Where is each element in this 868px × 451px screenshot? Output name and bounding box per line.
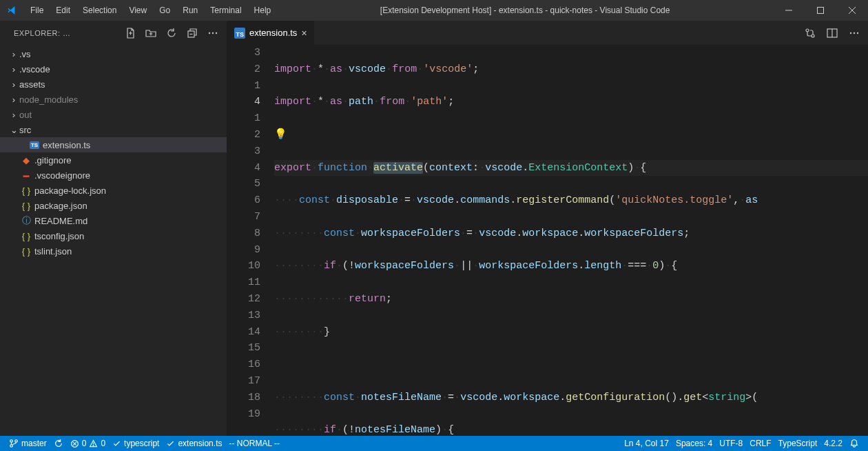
tree-item-label: .vs (19, 49, 31, 59)
menu-terminal[interactable]: Terminal (204, 0, 247, 21)
more-actions-icon[interactable] (849, 28, 860, 39)
more-icon[interactable] (207, 28, 218, 39)
sb-version[interactable]: 4.2.2 (820, 436, 846, 451)
vscode-logo-icon (0, 5, 24, 16)
sb-tscheck[interactable]: typescript (109, 436, 163, 451)
svg-point-9 (812, 34, 814, 37)
sb-extcheck-label: extension.ts (178, 439, 222, 448)
tree-item--vscodeignore[interactable]: ▬.vscodeignore (0, 168, 227, 183)
tree-item-assets[interactable]: ›assets (0, 77, 227, 92)
tree-item-label: package.json (34, 201, 87, 211)
svg-point-13 (854, 32, 855, 33)
maximize-button[interactable] (805, 0, 836, 21)
tree-item-label: extension.ts (43, 140, 90, 150)
tree-item-label: src (19, 125, 31, 135)
editor-tabs: TS extension.ts × (227, 21, 868, 45)
compare-changes-icon[interactable] (805, 28, 816, 39)
close-button[interactable] (836, 0, 868, 21)
sb-warnings: 0 (101, 439, 105, 448)
tree-item-src[interactable]: ⌄src (0, 122, 227, 137)
chevron-icon: › (8, 64, 19, 74)
typescript-icon: TS (234, 28, 245, 39)
sb-sync[interactable] (50, 436, 67, 451)
tree-item-label: tslint.json (34, 246, 72, 257)
editor-area: TS extension.ts × 3214123456789101112131… (227, 21, 868, 436)
collapse-all-icon[interactable] (187, 28, 198, 39)
tree-item-label: package-lock.json (34, 186, 106, 196)
split-editor-icon[interactable] (827, 28, 838, 39)
tree-item-label: .vscodeignore (34, 170, 90, 181)
sb-position[interactable]: Ln 4, Col 17 (621, 436, 672, 451)
chevron-icon: ⌄ (8, 125, 19, 135)
svg-point-20 (93, 445, 94, 445)
tree-item-tslint-json[interactable]: { }tslint.json (0, 243, 227, 259)
menu-run[interactable]: Run (176, 0, 204, 21)
menu-go[interactable]: Go (153, 0, 176, 21)
sb-language[interactable]: TypeScript (775, 436, 821, 451)
chevron-icon: › (8, 110, 19, 120)
tab-label: extension.ts (249, 28, 297, 38)
tree-item--gitignore[interactable]: ◆.gitignore (0, 152, 227, 168)
tree-item--vscode[interactable]: ›.vscode (0, 61, 227, 77)
chevron-icon: › (8, 49, 19, 59)
svg-point-12 (850, 32, 851, 33)
menu-selection[interactable]: Selection (76, 0, 123, 21)
code-content[interactable]: import·*·as·vscode·from·'vscode'; import… (274, 45, 868, 436)
sb-branch[interactable]: master (6, 436, 50, 451)
svg-point-8 (806, 29, 809, 32)
tree-item-label: .vscode (19, 64, 50, 74)
refresh-icon[interactable] (166, 28, 177, 39)
tree-item-package-json[interactable]: { }package.json (0, 198, 227, 213)
menu-edit[interactable]: Edit (50, 0, 76, 21)
sb-tscheck-label: typescript (124, 439, 159, 448)
selected-word: activate (373, 162, 423, 174)
explorer-sidebar: EXPLORER: … ›.vs›.vscode›assets› (0, 21, 227, 436)
sb-encoding[interactable]: UTF-8 (716, 436, 746, 451)
svg-point-17 (15, 440, 18, 443)
tree-item-label: assets (19, 79, 45, 90)
menu-view[interactable]: View (123, 0, 153, 21)
explorer-header: EXPLORER: … (0, 21, 227, 45)
typescript-icon: TS (28, 141, 41, 149)
tree-item-node_modules[interactable]: ›node_modules (0, 92, 227, 107)
menu-help[interactable]: Help (248, 0, 278, 21)
svg-point-15 (10, 440, 13, 443)
tree-item-README-md[interactable]: ⓘREADME.md (0, 213, 227, 228)
titlebar: File Edit Selection View Go Run Terminal… (0, 0, 868, 21)
window-controls (773, 0, 868, 21)
tree-item-label: tsconfig.json (34, 231, 84, 241)
new-file-icon[interactable] (125, 28, 136, 39)
tree-item-extension-ts[interactable]: TSextension.ts (0, 137, 227, 152)
tree-item-label: node_modules (19, 94, 78, 105)
sb-extcheck[interactable]: extension.ts (163, 436, 225, 451)
explorer-label: EXPLORER: … (14, 29, 125, 37)
json-icon: { } (19, 201, 33, 211)
statusbar: master 0 0 typescript extension.ts -- NO… (0, 436, 868, 451)
tab-close-icon[interactable]: × (301, 28, 307, 39)
tree-item-tsconfig-json[interactable]: { }tsconfig.json (0, 228, 227, 243)
svg-point-14 (857, 32, 858, 33)
sb-problems[interactable]: 0 0 (67, 436, 109, 451)
sb-notifications-icon[interactable] (846, 436, 862, 451)
sb-vim-mode: -- NORMAL -- (225, 436, 283, 451)
svg-rect-1 (818, 8, 824, 14)
file-tree[interactable]: ›.vs›.vscode›assets›node_modules›out⌄src… (0, 45, 227, 436)
tab-extension-ts[interactable]: TS extension.ts × (227, 21, 315, 45)
menu-file[interactable]: File (24, 0, 50, 21)
sb-eol[interactable]: CRLF (746, 436, 774, 451)
svg-point-6 (212, 32, 214, 33)
tree-item-label: out (19, 110, 32, 120)
svg-point-5 (209, 32, 210, 33)
new-folder-icon[interactable] (145, 28, 156, 39)
svg-point-16 (10, 445, 13, 448)
git-icon: ◆ (19, 155, 33, 166)
tree-item--vs[interactable]: ›.vs (0, 46, 227, 61)
tree-item-out[interactable]: ›out (0, 107, 227, 122)
sb-spaces[interactable]: Spaces: 4 (672, 436, 716, 451)
tree-item-package-lock-json[interactable]: { }package-lock.json (0, 183, 227, 198)
svg-point-7 (216, 32, 217, 33)
minimize-button[interactable] (773, 0, 805, 21)
code-editor[interactable]: 321412345678910111213141516171819 import… (227, 45, 868, 436)
menu-bar: File Edit Selection View Go Run Terminal… (24, 0, 277, 21)
lightbulb-icon[interactable]: 💡 (274, 127, 287, 143)
